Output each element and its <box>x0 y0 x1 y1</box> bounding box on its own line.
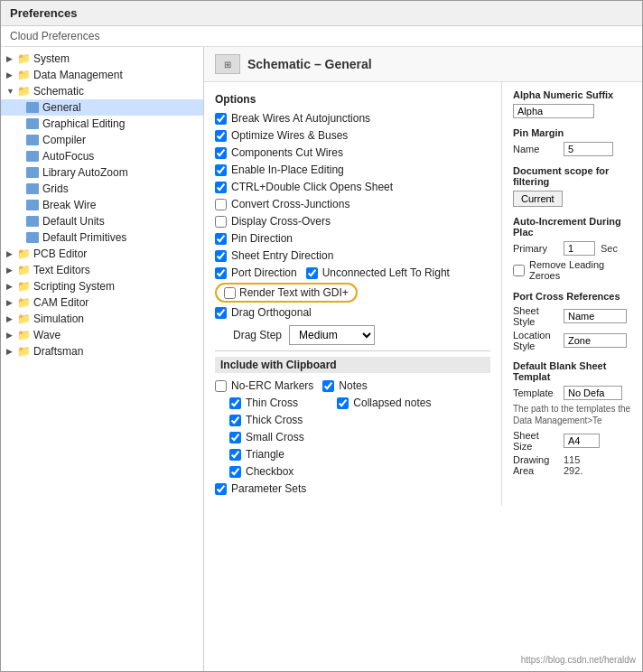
check-enable-inplace: Enable In-Place Editing <box>215 163 490 177</box>
port-cross-group: Port Cross References Sheet Style Locati… <box>513 291 631 351</box>
sidebar-item-autofocus[interactable]: AutoFocus <box>1 148 203 164</box>
checkbox-option-checkbox[interactable] <box>229 466 241 478</box>
render-text-checkbox[interactable] <box>224 287 236 299</box>
alpha-numeric-title: Alpha Numeric Suffix <box>513 89 631 100</box>
check-components-cut: Components Cut Wires <box>215 145 490 160</box>
sidebar-label: Scripting System <box>33 280 115 293</box>
render-text-highlight: Render Text with GDI+ <box>215 283 358 303</box>
display-cross-checkbox[interactable] <box>215 216 227 228</box>
arrow-icon: ▶ <box>6 249 15 258</box>
pin-margin-row: Name <box>513 142 631 156</box>
page-icon <box>26 216 39 227</box>
no-erc-checkbox[interactable] <box>215 380 227 392</box>
thick-cross-checkbox[interactable] <box>229 415 241 426</box>
port-direction-checkbox[interactable] <box>215 267 227 279</box>
remove-leading-checkbox[interactable] <box>513 265 525 276</box>
primary-label: Primary <box>513 243 558 254</box>
arrow-icon: ▼ <box>6 87 15 96</box>
sidebar: ▶ 📁 System ▶ 📁 Data Management ▼ 📁 Schem… <box>1 47 204 671</box>
pin-direction-label: Pin Direction <box>231 232 293 245</box>
convert-cross-checkbox[interactable] <box>215 199 227 210</box>
convert-cross-label: Convert Cross-Junctions <box>231 198 349 210</box>
parameter-sets-label: Parameter Sets <box>231 482 306 495</box>
sidebar-item-scripting-system[interactable]: ▶ 📁 Scripting System <box>1 278 203 294</box>
watermark: https://blog.csdn.net/heraldw <box>521 655 636 665</box>
clipboard-title: Include with Clipboard <box>215 357 490 373</box>
sidebar-item-default-primitives[interactable]: Default Primitives <box>1 229 203 246</box>
sidebar-label: Simulation <box>33 313 84 325</box>
sidebar-item-system[interactable]: ▶ 📁 System <box>1 51 203 67</box>
optimize-wires-label: Optimize Wires & Buses <box>231 129 348 142</box>
drawing-area-row: Drawing Area 115292. <box>513 454 631 476</box>
enable-inplace-checkbox[interactable] <box>215 164 227 176</box>
sheet-style-input[interactable] <box>564 309 627 323</box>
sidebar-item-text-editors[interactable]: ▶ 📁 Text Editors <box>1 262 203 278</box>
panel-header-icon: ⊞ <box>215 54 240 74</box>
sheet-entry-label: Sheet Entry Direction <box>231 249 333 262</box>
pin-direction-checkbox[interactable] <box>215 233 227 245</box>
pin-margin-name-input[interactable] <box>564 142 613 156</box>
header-icon-symbol: ⊞ <box>224 60 231 70</box>
small-cross-checkbox[interactable] <box>229 432 241 443</box>
alpha-numeric-input[interactable] <box>513 104 594 118</box>
check-thin-cross: Thin Cross <box>229 396 313 410</box>
sidebar-item-simulation[interactable]: ▶ 📁 Simulation <box>1 311 203 327</box>
options-title: Options <box>215 93 490 106</box>
sidebar-item-wave[interactable]: ▶ 📁 Wave <box>1 327 203 343</box>
cloud-preferences-label: Cloud Preferences <box>10 30 99 42</box>
checkbox-option-label: Checkbox <box>246 465 294 478</box>
auto-increment-group: Auto-Increment During Plac Primary Sec R… <box>513 216 631 282</box>
page-icon <box>26 183 39 194</box>
template-input[interactable] <box>564 386 622 400</box>
sidebar-item-cam-editor[interactable]: ▶ 📁 CAM Editor <box>1 294 203 311</box>
location-style-input[interactable] <box>564 333 627 348</box>
clipboard-right-col: Notes Collapsed notes <box>322 378 431 413</box>
sheet-entry-checkbox[interactable] <box>215 250 227 262</box>
ctrl-double-label: CTRL+Double Click Opens Sheet <box>231 181 393 193</box>
break-wires-checkbox[interactable] <box>215 113 227 125</box>
sidebar-label: Compiler <box>42 134 86 146</box>
drag-step-select[interactable]: Smallest Smaller Small Medium Large Larg… <box>289 325 375 345</box>
doc-scope-group: Document scope for filtering Current <box>513 165 631 207</box>
sidebar-item-schematic[interactable]: ▼ 📁 Schematic <box>1 83 203 99</box>
check-convert-cross: Convert Cross-Junctions <box>215 197 490 211</box>
sidebar-item-pcb-editor[interactable]: ▶ 📁 PCB Editor <box>1 246 203 262</box>
optimize-wires-checkbox[interactable] <box>215 130 227 142</box>
sidebar-item-general[interactable]: General <box>1 99 203 116</box>
collapsed-notes-checkbox[interactable] <box>337 397 349 409</box>
folder-icon: 📁 <box>17 313 30 325</box>
sidebar-item-library-autozoom[interactable]: Library AutoZoom <box>1 164 203 181</box>
pin-margin-group: Pin Margin Name <box>513 127 631 156</box>
sidebar-item-break-wire[interactable]: Break Wire <box>1 197 203 213</box>
ctrl-double-checkbox[interactable] <box>215 182 227 193</box>
sidebar-label: PCB Editor <box>33 247 87 260</box>
primary-input[interactable] <box>564 241 595 256</box>
check-parameter-sets: Parameter Sets <box>215 481 490 496</box>
sidebar-item-draftsman[interactable]: ▶ 📁 Draftsman <box>1 343 203 359</box>
components-cut-checkbox[interactable] <box>215 147 227 159</box>
page-icon <box>26 102 39 113</box>
sheet-style-row: Sheet Style <box>513 305 631 327</box>
folder-icon: 📁 <box>17 280 30 293</box>
sidebar-item-grids[interactable]: Grids <box>1 181 203 197</box>
notes-checkbox[interactable] <box>322 380 334 392</box>
current-button[interactable]: Current <box>513 191 563 207</box>
sidebar-item-graphical-editing[interactable]: Graphical Editing <box>1 116 203 132</box>
sidebar-item-data-management[interactable]: ▶ 📁 Data Management <box>1 67 203 83</box>
check-drag-orthogonal: Drag Orthogonal <box>215 305 490 320</box>
parameter-sets-checkbox[interactable] <box>215 483 227 495</box>
notes-label: Notes <box>339 379 367 392</box>
sidebar-item-compiler[interactable]: Compiler <box>1 132 203 148</box>
drag-orthogonal-label: Drag Orthogonal <box>231 306 312 319</box>
panel-header: ⊞ Schematic – General <box>204 47 642 82</box>
sidebar-item-default-units[interactable]: Default Units <box>1 213 203 229</box>
auto-increment-primary-row: Primary Sec <box>513 241 631 256</box>
check-pin-direction: Pin Direction <box>215 231 490 246</box>
triangle-checkbox[interactable] <box>229 449 241 461</box>
template-row: Template <box>513 386 631 400</box>
sheet-size-input[interactable] <box>564 434 600 448</box>
drag-orthogonal-checkbox[interactable] <box>215 307 227 319</box>
pin-margin-title: Pin Margin <box>513 127 631 138</box>
unconnected-left-checkbox[interactable] <box>306 267 318 279</box>
thin-cross-checkbox[interactable] <box>229 397 241 409</box>
